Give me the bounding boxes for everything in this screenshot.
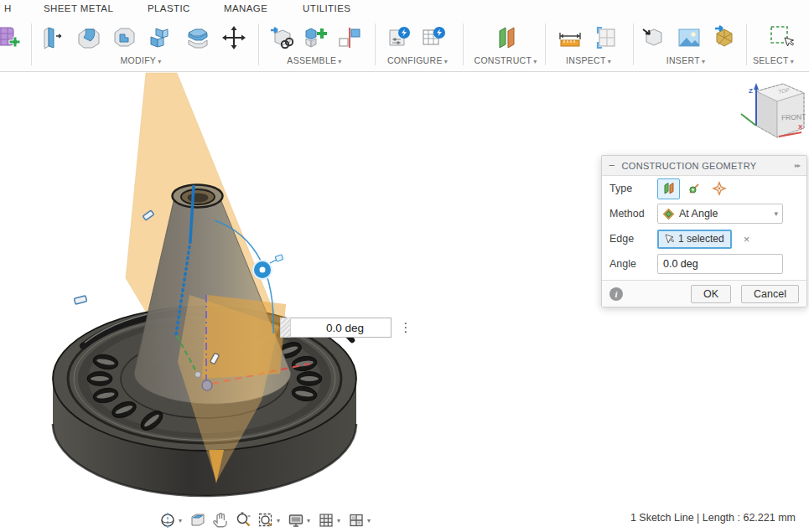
- chevron-down-icon[interactable]: ▾: [307, 517, 314, 524]
- floating-angle-input[interactable]: [291, 318, 392, 338]
- insert-link-icon[interactable]: [267, 23, 297, 53]
- select-icon[interactable]: [765, 23, 795, 53]
- chevron-down-icon[interactable]: ▾: [277, 517, 284, 524]
- select-group-label[interactable]: SELECT▾: [738, 55, 809, 65]
- viewcube-x-label: X: [798, 123, 803, 131]
- construct-plane-icon[interactable]: [491, 23, 521, 53]
- type-label: Type: [609, 183, 657, 194]
- dialog-title: CONSTRUCTION GEOMETRY: [622, 161, 795, 171]
- section-analysis-icon[interactable]: [591, 23, 621, 53]
- thicken-icon[interactable]: [144, 23, 174, 53]
- configure-group-label[interactable]: CONFIGURE▾: [376, 55, 459, 65]
- orbit-icon[interactable]: [156, 509, 179, 531]
- clear-selection-icon[interactable]: ×: [744, 233, 750, 245]
- measure-icon[interactable]: [555, 23, 585, 53]
- floating-angle-editor: ⋮: [280, 318, 392, 338]
- tab-manage[interactable]: MANAGE: [224, 3, 267, 13]
- viewport-canvas[interactable]: TOP FRONT Z X ⋮ − CONSTRUCTION GEOMETRY …: [0, 72, 809, 532]
- axis-type-icon: [687, 181, 702, 196]
- create-mesh-icon[interactable]: [0, 23, 20, 53]
- navigation-bar: ▾ ▾ ▾ ▾ ▾: [156, 509, 375, 532]
- construction-geometry-dialog: − CONSTRUCTION GEOMETRY ▸▸ Type Method: [601, 155, 807, 307]
- display-settings-icon[interactable]: [284, 509, 307, 531]
- tab-mesh-partial[interactable]: H: [4, 3, 12, 13]
- method-label: Method: [609, 208, 657, 220]
- chevron-down-icon[interactable]: ▾: [179, 517, 186, 524]
- viewcube-front-label[interactable]: FRONT: [781, 112, 806, 122]
- point-type-icon: [712, 181, 727, 196]
- bend-icon[interactable]: [74, 23, 104, 53]
- edge-selection-button[interactable]: 1 selected: [657, 230, 732, 249]
- ribbon: H SHEET METAL PLASTIC MANAGE UTILITIES: [0, 0, 809, 72]
- point-type-button[interactable]: [708, 178, 730, 199]
- assemble-group-label[interactable]: ASSEMBLE▾: [272, 55, 356, 65]
- drag-handle[interactable]: [280, 318, 291, 338]
- expand-icon[interactable]: ▸▸: [795, 162, 800, 169]
- chevron-down-icon[interactable]: ▾: [367, 517, 375, 524]
- plane-type-button[interactable]: [657, 178, 680, 199]
- move-icon[interactable]: [219, 23, 249, 53]
- construct-group-label[interactable]: CONSTRUCT▾: [464, 55, 547, 65]
- viewports-icon[interactable]: [345, 509, 367, 531]
- sketch-glyph: [74, 296, 86, 304]
- split-body-icon[interactable]: [183, 23, 213, 53]
- grid-icon[interactable]: [314, 509, 337, 531]
- axis-type-button[interactable]: [682, 178, 705, 199]
- sketch-point[interactable]: [195, 372, 201, 378]
- chevron-down-icon: ▾: [444, 58, 448, 65]
- method-row: Method At Angle ▾: [602, 201, 806, 226]
- flange-icon[interactable]: [38, 23, 68, 53]
- type-row: Type: [602, 176, 806, 201]
- configure-table-icon[interactable]: [418, 23, 449, 53]
- tab-sheet-metal[interactable]: SHEET METAL: [44, 3, 113, 13]
- origin-point[interactable]: [202, 380, 212, 390]
- collapse-icon[interactable]: −: [609, 159, 615, 172]
- dialog-footer: i OK Cancel: [602, 280, 806, 307]
- insert-group-label[interactable]: INSERT▾: [644, 55, 728, 65]
- insert-derive-icon[interactable]: [638, 23, 668, 53]
- dialog-header[interactable]: − CONSTRUCTION GEOMETRY ▸▸: [602, 156, 806, 176]
- insert-mesh-icon[interactable]: [709, 23, 739, 53]
- configure-component-icon[interactable]: [384, 23, 414, 53]
- pan-icon[interactable]: [209, 509, 231, 531]
- chevron-down-icon: ▾: [158, 58, 161, 65]
- chevron-down-icon: ▾: [702, 58, 705, 65]
- cancel-button[interactable]: Cancel: [741, 285, 799, 303]
- viewcube-z-label: Z: [749, 87, 753, 95]
- plane-type-icon: [661, 181, 677, 196]
- divider: [31, 23, 32, 65]
- selection-status-text: 1 Sketch Line | Length : 62.221 mm: [630, 512, 796, 524]
- ok-button[interactable]: OK: [691, 285, 731, 303]
- tab-plastic[interactable]: PLASTIC: [148, 3, 190, 13]
- zoom-icon[interactable]: [231, 509, 254, 531]
- edge-selection-count: 1 selected: [678, 233, 724, 245]
- chevron-down-icon: ▾: [608, 58, 611, 65]
- divider: [633, 23, 634, 65]
- convert-icon[interactable]: [109, 23, 139, 53]
- inspect-group-label[interactable]: INSPECT▾: [547, 55, 630, 65]
- method-dropdown[interactable]: At Angle ▾: [657, 204, 783, 224]
- joint-icon[interactable]: [334, 23, 365, 53]
- chevron-down-icon: ▾: [774, 209, 778, 218]
- chevron-down-icon[interactable]: ▾: [337, 517, 345, 524]
- fusion-window: H SHEET METAL PLASTIC MANAGE UTILITIES: [0, 0, 809, 532]
- chevron-down-icon: ▾: [533, 58, 537, 65]
- view-cube[interactable]: TOP FRONT Z X: [741, 83, 806, 137]
- look-at-icon[interactable]: [186, 509, 209, 531]
- angle-label: Angle: [609, 258, 657, 270]
- chevron-down-icon: ▾: [338, 58, 341, 65]
- angle-input[interactable]: [657, 254, 783, 274]
- insert-canvas-icon[interactable]: [674, 23, 704, 53]
- cursor-icon: [665, 234, 674, 245]
- info-icon[interactable]: i: [609, 287, 623, 301]
- method-value: At Angle: [679, 208, 774, 220]
- edge-label: Edge: [609, 233, 657, 245]
- fit-icon[interactable]: [254, 509, 277, 531]
- more-options-icon[interactable]: ⋮: [399, 318, 412, 337]
- new-component-icon[interactable]: [299, 23, 329, 53]
- angle-row: Angle: [602, 251, 806, 276]
- tab-utilities[interactable]: UTILITIES: [303, 3, 350, 13]
- divider: [258, 23, 259, 65]
- at-angle-method-icon: [662, 208, 675, 220]
- modify-group-label[interactable]: MODIFY▾: [99, 55, 183, 65]
